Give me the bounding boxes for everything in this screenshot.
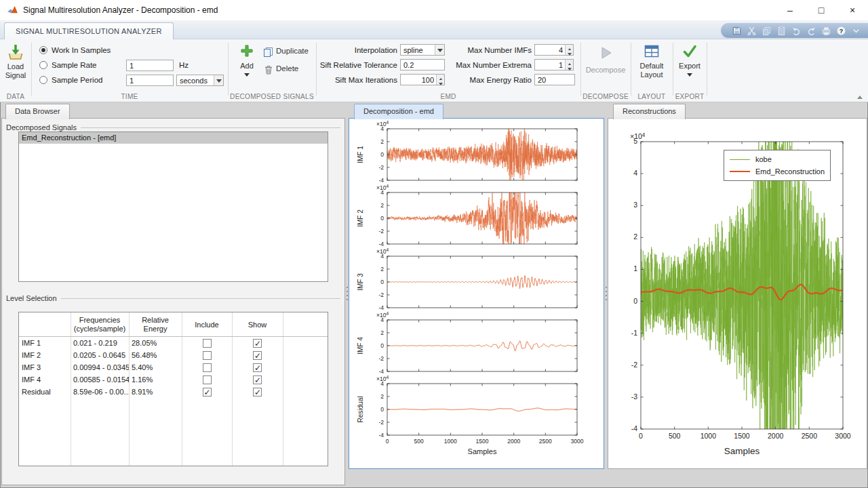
svg-text:0: 0: [633, 297, 637, 305]
spinner-arrows-icon[interactable]: [565, 60, 573, 70]
level-row-imf-2[interactable]: IMF 20.0205 - 0.064556.48%: [19, 349, 328, 361]
qa-print-icon[interactable]: [821, 26, 831, 36]
toolstrip: Load Signal DATA Work In Samples Sample …: [0, 39, 868, 102]
show-checkbox[interactable]: [253, 375, 262, 384]
level-row-imf-3[interactable]: IMF 30.00994 - 0.03455.40%: [19, 361, 328, 373]
svg-text:×104: ×104: [376, 312, 389, 319]
sift-relative-tolerance-input[interactable]: [400, 59, 445, 70]
svg-text:-1: -1: [631, 329, 637, 337]
export-button[interactable]: Export: [673, 62, 707, 70]
decomposed-signals-list[interactable]: Emd_Reconstruction - [emd]: [18, 131, 328, 282]
spinner-arrows-icon[interactable]: [436, 75, 444, 85]
minimize-button[interactable]: –: [774, 0, 806, 20]
add-button[interactable]: Add: [232, 62, 262, 70]
tab-data-browser[interactable]: Data Browser: [5, 104, 70, 119]
qa-redo-icon[interactable]: [806, 26, 816, 36]
radio-icon[interactable]: [39, 76, 47, 84]
section-export: Export EXPORT: [673, 39, 707, 102]
sample-period-radio[interactable]: Sample Period: [39, 75, 102, 85]
svg-text:2: 2: [380, 266, 384, 272]
list-item-decomposed-signal[interactable]: Emd_Reconstruction - [emd]: [19, 132, 328, 144]
svg-text:500: 500: [414, 438, 424, 445]
add-dropdown-arrow-icon[interactable]: [244, 73, 250, 79]
max-number-extrema-spinner[interactable]: 1: [534, 59, 574, 70]
add-icon[interactable]: [239, 43, 254, 58]
sample-rate-input[interactable]: [126, 60, 174, 71]
qa-help-icon[interactable]: ?: [836, 26, 846, 36]
include-checkbox[interactable]: [203, 339, 212, 348]
delete-icon[interactable]: [263, 64, 273, 75]
close-button[interactable]: ×: [837, 0, 868, 20]
plot-legend[interactable]: kobe Emd_Reconstruction: [724, 150, 831, 181]
tab-decomposition-emd[interactable]: Decomposition - emd: [354, 104, 443, 119]
qa-paste-icon[interactable]: [776, 26, 787, 36]
section-decomposed-signals: Add Duplicate Delete DECOMPOSED SIGNALS: [228, 39, 316, 102]
level-row-residual[interactable]: Residual8.59e-06 - 0.00...8.91%: [19, 386, 328, 398]
load-signal-button[interactable]: Load Signal: [2, 62, 29, 79]
radio-icon[interactable]: [39, 61, 47, 69]
decompose-icon[interactable]: [598, 45, 613, 60]
legend-entry-kobe: kobe: [730, 153, 825, 165]
include-cell: [182, 373, 232, 386]
sample-period-unit-dropdown[interactable]: seconds: [176, 75, 224, 86]
svg-text:×104: ×104: [376, 121, 389, 127]
decomposition-subplot-imf-1: -4-2024×104IMF 1: [349, 121, 604, 184]
default-layout-icon[interactable]: [644, 43, 660, 60]
show-checkbox[interactable]: [253, 388, 262, 396]
level-row-imf-4[interactable]: IMF 40.00585 - 0.01541.16%: [19, 373, 328, 386]
show-checkbox[interactable]: [253, 339, 262, 348]
section-label-emd: EMD: [316, 93, 580, 100]
sample-period-input[interactable]: [126, 75, 174, 86]
default-layout-button[interactable]: Default Layout: [634, 62, 669, 79]
interpolation-dropdown[interactable]: spline: [400, 44, 445, 56]
export-icon[interactable]: [682, 43, 697, 58]
data-browser-panel: Data Browser Decomposed Signals Emd_Reco…: [1, 104, 345, 485]
show-cell: [232, 361, 283, 373]
chevron-down-icon: [435, 45, 444, 55]
level-row-imf-1[interactable]: IMF 10.021 - 0.21928.05%: [19, 337, 328, 349]
include-checkbox[interactable]: [203, 388, 212, 396]
radio-selected-icon[interactable]: [39, 46, 47, 54]
include-checkbox[interactable]: [203, 375, 212, 384]
chevron-down-icon: [214, 75, 223, 85]
sample-rate-radio[interactable]: Sample Rate: [39, 60, 96, 70]
svg-text:IMF 1: IMF 1: [357, 146, 364, 163]
max-number-imfs-spinner[interactable]: 4: [534, 44, 574, 56]
svg-text:-4: -4: [378, 432, 384, 439]
max-energy-ratio-input[interactable]: [534, 74, 575, 85]
work-in-samples-radio[interactable]: Work In Samples: [39, 45, 111, 55]
spinner-arrows-icon[interactable]: [565, 45, 573, 55]
export-dropdown-arrow-icon[interactable]: [687, 73, 692, 79]
duplicate-icon[interactable]: [263, 47, 273, 57]
svg-text:-4: -4: [378, 241, 384, 247]
svg-text:IMF 4: IMF 4: [357, 337, 364, 354]
legend-reconstruction-label: Emd_Reconstruction: [755, 167, 825, 176]
decomposition-subplot-residual: -4-2024050010001500200025003000×104Resid…: [349, 375, 604, 468]
qa-cut-icon[interactable]: [747, 26, 757, 36]
show-checkbox[interactable]: [253, 351, 262, 360]
collapse-toolstrip-icon[interactable]: [857, 93, 863, 99]
include-checkbox[interactable]: [203, 351, 212, 360]
svg-text:2500: 2500: [539, 438, 552, 445]
divider: [707, 43, 707, 96]
qa-save-icon[interactable]: [732, 26, 742, 36]
maximize-button[interactable]: □: [806, 0, 837, 20]
qa-undo-icon[interactable]: [791, 26, 802, 36]
tab-reconstructions[interactable]: Reconstructions: [613, 104, 686, 119]
decomposition-panel: Decomposition - emd -4-2024×104IMF 1-4-2…: [349, 104, 604, 469]
tab-signal-multiresolution-analyzer[interactable]: SIGNAL MULTIRESOLUTION ANALYZER: [4, 22, 174, 40]
decompose-button[interactable]: Decompose: [580, 66, 631, 75]
show-checkbox[interactable]: [253, 363, 262, 372]
table-cell: IMF 3: [19, 361, 71, 373]
decomposition-subplot-imf-4: -4-2024×104IMF 4: [349, 312, 604, 375]
svg-text:1000: 1000: [444, 438, 457, 445]
sift-max-iterations-spinner[interactable]: 100: [400, 74, 445, 85]
svg-text:-2: -2: [631, 361, 637, 369]
delete-button[interactable]: Delete: [276, 64, 298, 73]
qa-dock-icon[interactable]: [851, 26, 861, 36]
qa-copy-icon[interactable]: [762, 26, 772, 36]
show-header: Show: [232, 312, 283, 329]
include-checkbox[interactable]: [203, 363, 212, 372]
duplicate-button[interactable]: Duplicate: [276, 47, 309, 55]
load-signal-icon[interactable]: [7, 43, 24, 61]
